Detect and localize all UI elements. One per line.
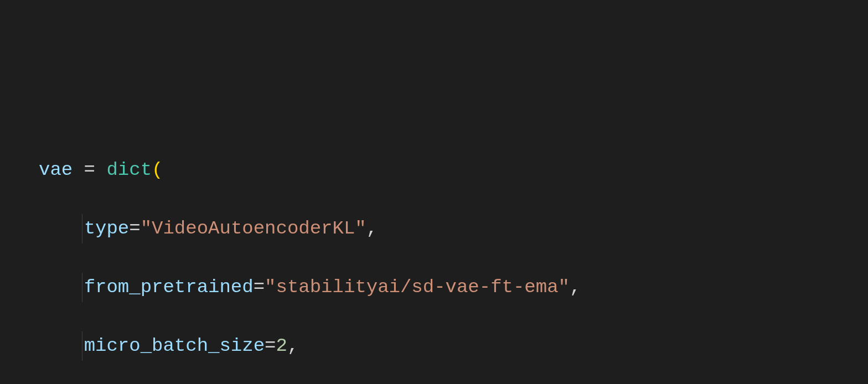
operator-token: = [254,277,265,298]
function-token: dict [106,159,152,180]
indent-guide [82,331,82,361]
code-line[interactable]: micro_batch_size=2, [39,331,868,361]
code-line[interactable]: type="VideoAutoencoderKL", [39,214,868,243]
operator-token: = [129,218,140,239]
code-line[interactable]: vae = dict( [39,155,868,185]
param-token: from_pretrained [84,277,254,298]
comma-token: , [366,218,378,239]
param-token: micro_batch_size [84,335,265,356]
indent-guide [82,214,82,243]
operator-token: = [265,335,276,356]
string-token: "stabilityai/sd-vae-ft-ema" [265,277,570,298]
indent-guide [82,273,82,302]
indent-token [39,277,84,298]
variable-token: vae [39,159,73,180]
indent-token [39,218,84,239]
string-token: "VideoAutoencoderKL" [141,218,366,239]
bracket-token: ( [152,159,163,180]
number-token: 2 [276,335,287,356]
code-line[interactable]: from_pretrained="stabilityai/sd-vae-ft-e… [39,273,868,302]
code-editor[interactable]: vae = dict( type="VideoAutoencoderKL", f… [0,127,868,384]
operator-token: = [73,159,106,180]
comma-token: , [287,335,298,356]
indent-token [39,335,84,356]
param-token: type [84,218,130,239]
comma-token: , [570,277,581,298]
